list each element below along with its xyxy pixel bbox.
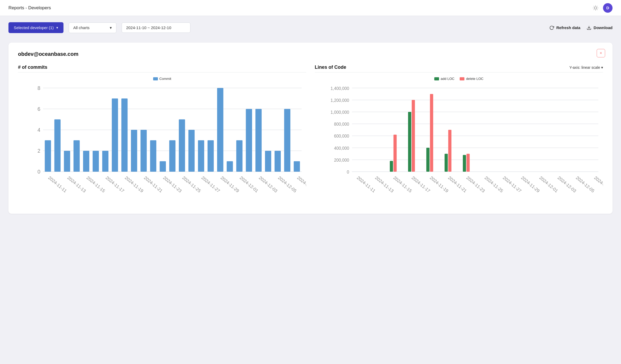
svg-text:2: 2 — [38, 148, 40, 154]
svg-rect-45 — [275, 151, 281, 172]
loc-chart-title: Lines of Code — [315, 65, 346, 70]
commits-bar-chart: 02468 2024-11-112024-11-132024-11-152024… — [18, 83, 306, 204]
svg-rect-83 — [412, 100, 415, 172]
svg-text:1,000,000: 1,000,000 — [331, 110, 349, 115]
chevron-down-icon: ▾ — [56, 26, 58, 30]
toolbar: Selected developer (1) ▾ All charts ▾ 20… — [0, 16, 621, 38]
add-loc-legend-item: add LOC — [434, 77, 454, 81]
header: Reports - Developers D — [0, 0, 621, 16]
svg-text:2024-11-27: 2024-11-27 — [502, 175, 522, 193]
svg-line-4 — [597, 9, 597, 10]
date-range-picker[interactable]: 2024-11-10 ~ 2024-12-10 — [122, 22, 190, 33]
delete-loc-legend-color — [460, 77, 464, 80]
svg-rect-37 — [198, 140, 204, 172]
page-title: Reports - Developers — [8, 5, 51, 11]
svg-text:0: 0 — [38, 169, 40, 175]
svg-text:200,000: 200,000 — [334, 158, 349, 162]
svg-text:0: 0 — [347, 170, 349, 174]
developer-email: obdev@oceanbase.com — [18, 51, 603, 57]
svg-text:2024-11-13: 2024-11-13 — [66, 175, 87, 193]
svg-rect-87 — [448, 130, 451, 172]
commit-legend-item: Commit — [153, 77, 171, 81]
theme-toggle-icon[interactable] — [592, 4, 599, 12]
svg-rect-26 — [93, 151, 99, 172]
svg-rect-42 — [246, 109, 252, 172]
svg-text:2024-12-03: 2024-12-03 — [258, 175, 278, 193]
svg-text:2024-12-01: 2024-12-01 — [538, 175, 559, 193]
chevron-down-icon: ▾ — [601, 65, 603, 70]
svg-text:2024-11-13: 2024-11-13 — [374, 175, 395, 193]
svg-rect-30 — [131, 130, 137, 172]
svg-text:2024-12-07: 2024-12-07 — [593, 175, 603, 193]
svg-text:2024-12-05: 2024-12-05 — [575, 175, 596, 193]
svg-text:2024-11-11: 2024-11-11 — [356, 175, 376, 193]
developer-select-button[interactable]: Selected developer (1) ▾ — [8, 22, 63, 33]
svg-rect-85 — [430, 94, 433, 172]
svg-text:2024-11-15: 2024-11-15 — [85, 175, 106, 193]
chevron-down-icon: ▾ — [110, 25, 112, 30]
svg-text:800,000: 800,000 — [334, 122, 349, 126]
svg-text:400,000: 400,000 — [334, 146, 349, 151]
svg-rect-33 — [160, 161, 166, 172]
commit-legend-color — [153, 77, 158, 80]
svg-text:2024-11-29: 2024-11-29 — [220, 175, 240, 193]
svg-line-7 — [594, 9, 594, 10]
svg-rect-47 — [294, 161, 300, 172]
svg-rect-36 — [188, 130, 195, 172]
header-actions: D — [592, 3, 613, 13]
svg-rect-35 — [179, 119, 185, 172]
svg-rect-39 — [217, 88, 223, 172]
svg-rect-27 — [102, 151, 108, 172]
svg-rect-44 — [265, 151, 271, 172]
svg-text:2024-11-25: 2024-11-25 — [181, 175, 202, 193]
svg-rect-84 — [426, 148, 430, 172]
loc-legend: add LOC delete LOC — [315, 77, 603, 81]
delete-loc-legend-item: delete LOC — [460, 77, 483, 81]
svg-rect-21 — [45, 140, 51, 172]
loc-chart-title-row: Lines of Code Y-axis: linear scale ▾ — [315, 65, 603, 70]
content: obdev@oceanbase.com × # of commits Commi… — [0, 38, 621, 222]
svg-rect-46 — [284, 109, 290, 172]
svg-text:8: 8 — [38, 85, 40, 91]
svg-text:2024-11-19: 2024-11-19 — [429, 175, 449, 193]
loc-chart-container: Lines of Code Y-axis: linear scale ▾ add… — [315, 65, 603, 205]
commits-chart-title: # of commits — [18, 65, 47, 70]
svg-rect-25 — [83, 151, 89, 172]
svg-rect-38 — [208, 140, 214, 172]
svg-rect-86 — [445, 154, 448, 172]
avatar[interactable]: D — [603, 3, 613, 13]
svg-text:4: 4 — [38, 127, 40, 133]
svg-rect-80 — [390, 161, 393, 172]
svg-rect-82 — [408, 112, 411, 172]
svg-rect-34 — [169, 140, 176, 172]
svg-text:2024-11-27: 2024-11-27 — [200, 175, 221, 193]
svg-text:600,000: 600,000 — [334, 134, 349, 138]
svg-rect-23 — [64, 151, 70, 172]
svg-rect-24 — [74, 140, 80, 172]
svg-text:2024-11-25: 2024-11-25 — [483, 175, 504, 193]
svg-rect-28 — [112, 98, 118, 172]
svg-text:6: 6 — [38, 106, 40, 112]
svg-rect-22 — [54, 119, 61, 172]
download-button[interactable]: Download — [587, 25, 613, 30]
commits-chart-svg: 02468 2024-11-112024-11-132024-11-152024… — [18, 83, 306, 205]
svg-point-0 — [594, 7, 597, 9]
refresh-data-button[interactable]: Refresh data — [549, 25, 580, 30]
commits-chart-title-row: # of commits — [18, 65, 306, 70]
svg-text:2024-12-05: 2024-12-05 — [277, 175, 298, 193]
add-loc-legend-color — [434, 77, 439, 80]
charts-dropdown[interactable]: All charts ▾ — [69, 22, 116, 33]
close-button[interactable]: × — [597, 49, 605, 57]
svg-text:1,400,000: 1,400,000 — [331, 86, 349, 91]
svg-text:2024-11-17: 2024-11-17 — [105, 175, 125, 193]
svg-line-3 — [594, 6, 594, 6]
svg-text:2024-12-07: 2024-12-07 — [296, 175, 306, 193]
svg-text:1,200,000: 1,200,000 — [331, 98, 349, 103]
loc-chart-svg: 0200,000400,000600,000800,0001,000,0001,… — [315, 83, 603, 205]
svg-text:2024-12-01: 2024-12-01 — [239, 175, 259, 193]
toolbar-right: Refresh data Download — [549, 25, 613, 30]
svg-rect-88 — [463, 155, 466, 172]
svg-rect-32 — [150, 140, 157, 172]
svg-text:2024-11-21: 2024-11-21 — [447, 175, 468, 193]
y-axis-scale-select[interactable]: Y-axis: linear scale ▾ — [569, 65, 603, 70]
